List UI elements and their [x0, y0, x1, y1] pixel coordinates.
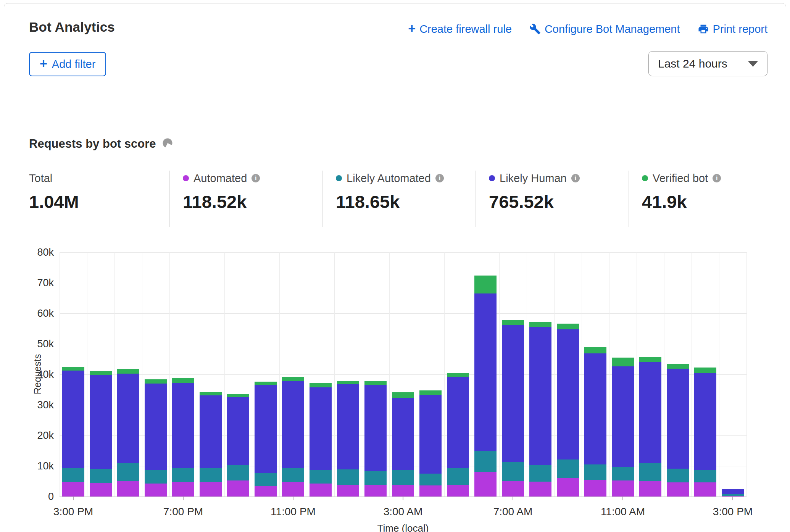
bar-segment-verified-bot: [502, 320, 524, 326]
gridline-vertical: [417, 252, 417, 497]
x-axis-tick-label: 7:00 PM: [153, 506, 214, 518]
bar-segment-likely-automated: [474, 451, 497, 472]
gridline-vertical: [719, 252, 719, 497]
gridline-vertical: [362, 252, 362, 497]
gridline-vertical: [499, 252, 500, 497]
bar-segment-likely-automated: [310, 470, 332, 484]
bar-segment-verified-bot: [62, 367, 84, 371]
x-axis-tick: [183, 497, 184, 500]
bar-segment-likely-automated: [612, 467, 634, 481]
bar-segment-automated: [529, 482, 551, 497]
bar-segment-likely-automated: [337, 469, 359, 485]
gridline-vertical: [472, 252, 472, 497]
bar-segment-likely-automated: [419, 474, 442, 485]
gridline-vertical: [87, 252, 87, 497]
gridline-vertical: [554, 252, 555, 497]
bar-segment-likely-automated: [694, 470, 716, 482]
bar-segment-likely-automated: [639, 463, 661, 481]
bar-segment-verified-bot: [90, 371, 112, 375]
x-axis-tick: [622, 497, 623, 500]
bar-segment-likely-automated: [364, 471, 387, 485]
gridline-vertical: [279, 252, 280, 497]
gridline-vertical: [527, 252, 527, 497]
bar-segment-likely-human: [392, 398, 414, 469]
gridline-vertical: [692, 252, 692, 497]
bar-segment-likely-human: [557, 329, 579, 459]
bar-segment-automated: [584, 480, 606, 497]
bar-segment-likely-human: [145, 384, 167, 470]
bar-segment-likely-automated: [117, 463, 139, 481]
gridline-horizontal: [60, 283, 746, 283]
bar-segment-likely-human: [90, 375, 112, 469]
bar-segment-verified-bot: [722, 489, 744, 489]
gridline-vertical: [444, 252, 445, 497]
bar-segment-likely-human: [282, 381, 304, 468]
y-axis-tick-label: 80k: [27, 247, 54, 258]
bar-segment-likely-human: [117, 374, 139, 463]
bar-segment-automated: [255, 486, 277, 497]
bar-segment-likely-human: [694, 373, 716, 470]
gridline-horizontal: [60, 252, 746, 253]
bar-segment-verified-bot: [447, 373, 469, 377]
bar-segment-likely-human: [612, 366, 634, 466]
bar-segment-likely-human: [310, 387, 332, 470]
gridline-vertical: [114, 252, 115, 497]
gridline-vertical: [664, 252, 664, 497]
x-axis-tick: [513, 497, 513, 500]
bar-segment-likely-automated: [62, 468, 84, 482]
x-axis-tick-label: 11:00 PM: [263, 506, 324, 518]
x-axis-title: Time (local): [346, 522, 460, 532]
y-axis-tick-label: 10k: [27, 460, 54, 472]
bar-segment-likely-automated: [667, 469, 689, 482]
bar-segment-verified-bot: [584, 347, 606, 353]
gridline-vertical: [169, 252, 170, 497]
bar-segment-verified-bot: [557, 324, 579, 329]
gridline-vertical: [60, 252, 60, 497]
bar-segment-automated: [694, 482, 716, 497]
bar-segment-automated: [90, 483, 112, 497]
bar-segment-likely-automated: [90, 469, 112, 483]
bar-segment-automated: [612, 480, 634, 497]
bar-segment-verified-bot: [172, 378, 194, 383]
bar-segment-verified-bot: [282, 377, 304, 381]
bar-segment-automated: [364, 485, 387, 497]
y-axis-tick-label: 20k: [27, 430, 54, 442]
bar-segment-likely-human: [447, 377, 469, 468]
bar-segment-likely-automated: [282, 468, 304, 482]
gridline-vertical: [582, 252, 582, 497]
bar-segment-automated: [337, 485, 359, 497]
bar-segment-likely-automated: [392, 470, 414, 485]
x-axis-tick: [403, 497, 403, 500]
bar-segment-likely-automated: [172, 468, 194, 482]
gridline-horizontal: [60, 344, 746, 344]
bar-segment-likely-human: [529, 327, 551, 465]
bar-segment-automated: [392, 485, 414, 497]
bar-segment-verified-bot: [227, 394, 249, 397]
bar-segment-likely-automated: [145, 470, 167, 484]
bar-segment-likely-human: [419, 395, 442, 474]
bar-segment-likely-human: [502, 325, 524, 462]
x-axis-tick: [732, 497, 733, 500]
bar-segment-verified-bot: [667, 364, 689, 369]
requests-by-bot-score-chart: 010k20k30k40k50k60k70k80k3:00 PM7:00 PM1…: [4, 3, 786, 532]
bar-segment-automated: [667, 482, 689, 497]
gridline-horizontal: [60, 313, 746, 314]
y-axis-title: Requests: [32, 354, 43, 395]
bot-analytics-card: Bot Analytics + Create firewall rule Con…: [4, 3, 786, 532]
bar-segment-verified-bot: [145, 379, 167, 384]
bar-segment-likely-automated: [200, 468, 222, 482]
bar-segment-likely-human: [172, 383, 194, 468]
bar-segment-likely-human: [639, 362, 661, 463]
bar-segment-verified-bot: [364, 381, 387, 385]
bar-segment-likely-human: [337, 384, 359, 469]
bar-segment-automated: [117, 481, 139, 497]
bar-segment-likely-automated: [255, 473, 277, 486]
gridline-vertical: [224, 252, 225, 497]
y-axis-tick-label: 50k: [27, 338, 54, 350]
bar-segment-verified-bot: [419, 390, 442, 395]
gridline-vertical: [334, 252, 335, 497]
bar-segment-likely-human: [667, 369, 689, 469]
bar-segment-automated: [447, 485, 469, 497]
gridline-vertical: [389, 252, 390, 497]
bar-segment-verified-bot: [474, 276, 497, 293]
